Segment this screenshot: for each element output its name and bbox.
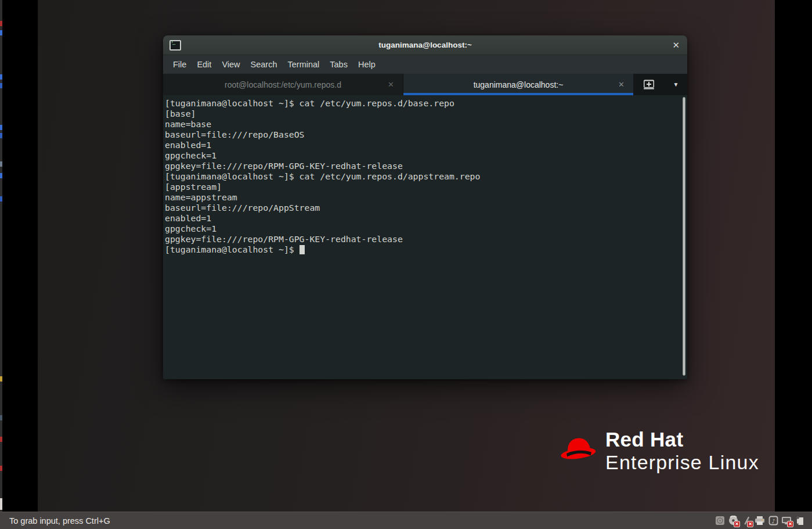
window-titlebar[interactable]: tuganimana@localhost:~ ✕ <box>163 35 687 55</box>
tab-label: tuganimana@localhost:~ <box>403 80 633 89</box>
terminal-app-icon <box>169 40 181 51</box>
terminal-output: [tuganimana@localhost ~]$ cat /etc/yum.r… <box>165 98 686 255</box>
menu-bar: File Edit View Search Terminal Tabs Help <box>163 55 687 74</box>
dock-fragment <box>0 437 2 442</box>
menu-file[interactable]: File <box>168 60 192 69</box>
dock-fragment <box>0 83 2 88</box>
tab-list-dropdown[interactable]: ▼ <box>665 74 687 95</box>
dock-fragment <box>0 30 2 35</box>
window-close-button[interactable]: ✕ <box>672 35 680 55</box>
tab-close-icon[interactable]: ✕ <box>618 80 625 89</box>
dock-fragment <box>0 498 2 510</box>
unavailable-badge: ✕ <box>747 521 753 527</box>
window-title: tuganimana@localhost:~ <box>163 41 687 49</box>
dock-fragment <box>0 74 2 80</box>
unavailable-badge: ✕ <box>734 521 740 527</box>
dock-fragment <box>0 133 2 138</box>
printer-icon[interactable] <box>755 516 765 526</box>
menu-help[interactable]: Help <box>353 60 381 69</box>
rhel-brand-name: Red Hat <box>605 428 759 451</box>
grab-input-hint: To grab input, press Ctrl+G <box>9 516 110 526</box>
new-tab-icon <box>643 79 655 90</box>
menu-edit[interactable]: Edit <box>192 60 216 69</box>
dock-fragment <box>0 173 2 178</box>
cd-unavailable-icon[interactable]: ✕ <box>728 516 738 526</box>
tab-root-yum-repos[interactable]: root@localhost:/etc/yum.repos.d ✕ <box>163 74 403 95</box>
terminal-window: tuganimana@localhost:~ ✕ File Edit View … <box>163 35 687 379</box>
optical-drive-icon[interactable] <box>714 516 725 526</box>
tab-tuganimana-home[interactable]: tuganimana@localhost:~ ✕ <box>403 74 633 95</box>
dock-fragment <box>0 196 2 201</box>
clipboard-note-icon[interactable] <box>795 516 805 526</box>
dock-fragment <box>0 161 2 167</box>
media-sound-icon[interactable]: ♪ <box>768 516 778 526</box>
statusbar-icons: ✕ ✕ ♪ <box>714 516 805 526</box>
desktop-wallpaper: tuganimana@localhost:~ ✕ File Edit View … <box>38 0 775 512</box>
rhel-logo: Red Hat Enterprise Linux <box>560 428 759 474</box>
display-unavailable-icon[interactable]: ✕ <box>781 516 792 526</box>
new-tab-button[interactable] <box>633 74 665 95</box>
dock-fragment <box>0 125 2 130</box>
dock-fragment <box>0 466 2 471</box>
host-dock-sliver <box>0 0 2 512</box>
terminal-cursor <box>299 245 305 254</box>
red-hat-fedora-icon <box>560 431 598 464</box>
tab-close-icon[interactable]: ✕ <box>388 80 394 89</box>
tab-bar: root@localhost:/etc/yum.repos.d ✕ tugani… <box>163 74 687 95</box>
menu-terminal[interactable]: Terminal <box>283 60 325 69</box>
menu-search[interactable]: Search <box>246 60 283 69</box>
unavailable-badge: ✕ <box>787 521 793 527</box>
svg-text:♪: ♪ <box>771 518 775 524</box>
viewer-statusbar: To grab input, press Ctrl+G ✕ ✕ <box>0 512 812 529</box>
usb-unavailable-icon[interactable]: ✕ <box>741 516 752 526</box>
menu-view[interactable]: View <box>216 60 245 69</box>
rhel-product-name: Enterprise Linux <box>605 451 759 474</box>
scrollbar[interactable] <box>681 95 687 379</box>
tab-label: root@localhost:/etc/yum.repos.d <box>163 80 403 89</box>
scrollbar-thumb[interactable] <box>683 97 685 376</box>
dock-fragment <box>0 415 2 420</box>
dock-fragment <box>0 21 2 26</box>
terminal-screen[interactable]: [tuganimana@localhost ~]$ cat /etc/yum.r… <box>163 95 687 379</box>
menu-tabs[interactable]: Tabs <box>324 60 353 69</box>
dock-fragment <box>0 376 2 382</box>
